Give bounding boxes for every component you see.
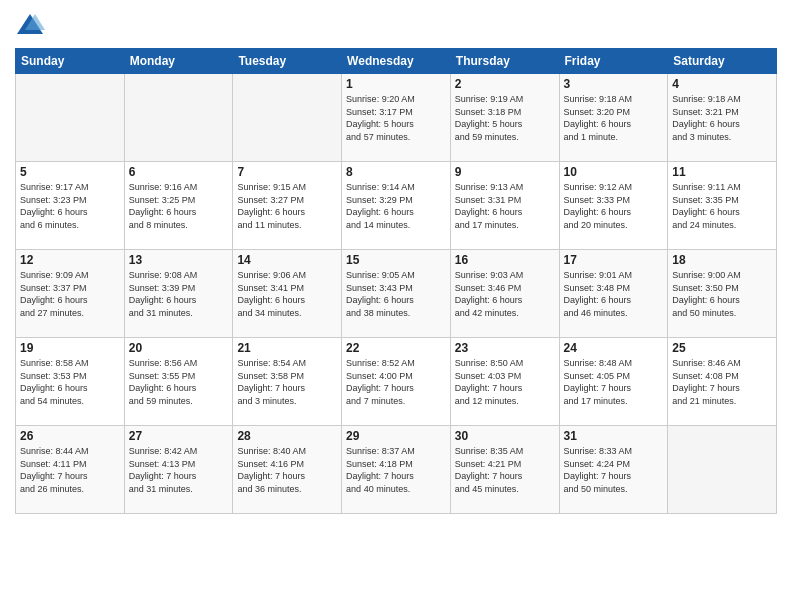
day-number: 1 [346, 77, 446, 91]
day-number: 11 [672, 165, 772, 179]
day-info: Sunrise: 8:48 AM Sunset: 4:05 PM Dayligh… [564, 357, 664, 407]
day-number: 25 [672, 341, 772, 355]
day-info: Sunrise: 8:33 AM Sunset: 4:24 PM Dayligh… [564, 445, 664, 495]
logo [15, 14, 49, 40]
day-cell: 23Sunrise: 8:50 AM Sunset: 4:03 PM Dayli… [450, 338, 559, 426]
day-cell: 27Sunrise: 8:42 AM Sunset: 4:13 PM Dayli… [124, 426, 233, 514]
day-number: 21 [237, 341, 337, 355]
logo-icon [15, 10, 45, 40]
day-number: 15 [346, 253, 446, 267]
day-cell: 3Sunrise: 9:18 AM Sunset: 3:20 PM Daylig… [559, 74, 668, 162]
day-cell: 17Sunrise: 9:01 AM Sunset: 3:48 PM Dayli… [559, 250, 668, 338]
day-cell [124, 74, 233, 162]
day-cell [668, 426, 777, 514]
day-cell: 4Sunrise: 9:18 AM Sunset: 3:21 PM Daylig… [668, 74, 777, 162]
day-info: Sunrise: 9:20 AM Sunset: 3:17 PM Dayligh… [346, 93, 446, 143]
weekday-header-monday: Monday [124, 49, 233, 74]
day-number: 14 [237, 253, 337, 267]
weekday-header-sunday: Sunday [16, 49, 125, 74]
weekday-header-wednesday: Wednesday [342, 49, 451, 74]
day-number: 24 [564, 341, 664, 355]
day-cell: 20Sunrise: 8:56 AM Sunset: 3:55 PM Dayli… [124, 338, 233, 426]
day-info: Sunrise: 8:50 AM Sunset: 4:03 PM Dayligh… [455, 357, 555, 407]
day-info: Sunrise: 9:03 AM Sunset: 3:46 PM Dayligh… [455, 269, 555, 319]
day-info: Sunrise: 9:00 AM Sunset: 3:50 PM Dayligh… [672, 269, 772, 319]
day-cell: 21Sunrise: 8:54 AM Sunset: 3:58 PM Dayli… [233, 338, 342, 426]
day-cell: 11Sunrise: 9:11 AM Sunset: 3:35 PM Dayli… [668, 162, 777, 250]
day-number: 26 [20, 429, 120, 443]
day-number: 8 [346, 165, 446, 179]
day-cell: 28Sunrise: 8:40 AM Sunset: 4:16 PM Dayli… [233, 426, 342, 514]
day-info: Sunrise: 8:52 AM Sunset: 4:00 PM Dayligh… [346, 357, 446, 407]
day-number: 9 [455, 165, 555, 179]
day-cell: 18Sunrise: 9:00 AM Sunset: 3:50 PM Dayli… [668, 250, 777, 338]
day-cell [16, 74, 125, 162]
day-cell: 29Sunrise: 8:37 AM Sunset: 4:18 PM Dayli… [342, 426, 451, 514]
day-number: 22 [346, 341, 446, 355]
day-cell: 13Sunrise: 9:08 AM Sunset: 3:39 PM Dayli… [124, 250, 233, 338]
day-number: 7 [237, 165, 337, 179]
day-info: Sunrise: 9:01 AM Sunset: 3:48 PM Dayligh… [564, 269, 664, 319]
day-number: 16 [455, 253, 555, 267]
day-cell: 24Sunrise: 8:48 AM Sunset: 4:05 PM Dayli… [559, 338, 668, 426]
day-info: Sunrise: 9:13 AM Sunset: 3:31 PM Dayligh… [455, 181, 555, 231]
day-cell: 6Sunrise: 9:16 AM Sunset: 3:25 PM Daylig… [124, 162, 233, 250]
day-cell: 15Sunrise: 9:05 AM Sunset: 3:43 PM Dayli… [342, 250, 451, 338]
day-info: Sunrise: 8:58 AM Sunset: 3:53 PM Dayligh… [20, 357, 120, 407]
day-info: Sunrise: 9:14 AM Sunset: 3:29 PM Dayligh… [346, 181, 446, 231]
day-cell: 5Sunrise: 9:17 AM Sunset: 3:23 PM Daylig… [16, 162, 125, 250]
header [15, 10, 777, 40]
day-info: Sunrise: 9:11 AM Sunset: 3:35 PM Dayligh… [672, 181, 772, 231]
week-row-5: 26Sunrise: 8:44 AM Sunset: 4:11 PM Dayli… [16, 426, 777, 514]
day-info: Sunrise: 8:44 AM Sunset: 4:11 PM Dayligh… [20, 445, 120, 495]
day-info: Sunrise: 9:15 AM Sunset: 3:27 PM Dayligh… [237, 181, 337, 231]
calendar-body: 1Sunrise: 9:20 AM Sunset: 3:17 PM Daylig… [16, 74, 777, 514]
day-number: 17 [564, 253, 664, 267]
day-number: 6 [129, 165, 229, 179]
day-cell: 19Sunrise: 8:58 AM Sunset: 3:53 PM Dayli… [16, 338, 125, 426]
day-info: Sunrise: 9:12 AM Sunset: 3:33 PM Dayligh… [564, 181, 664, 231]
week-row-3: 12Sunrise: 9:09 AM Sunset: 3:37 PM Dayli… [16, 250, 777, 338]
day-cell: 22Sunrise: 8:52 AM Sunset: 4:00 PM Dayli… [342, 338, 451, 426]
day-cell: 14Sunrise: 9:06 AM Sunset: 3:41 PM Dayli… [233, 250, 342, 338]
page: SundayMondayTuesdayWednesdayThursdayFrid… [0, 0, 792, 612]
day-number: 4 [672, 77, 772, 91]
week-row-1: 1Sunrise: 9:20 AM Sunset: 3:17 PM Daylig… [16, 74, 777, 162]
day-number: 2 [455, 77, 555, 91]
day-cell: 31Sunrise: 8:33 AM Sunset: 4:24 PM Dayli… [559, 426, 668, 514]
day-info: Sunrise: 9:18 AM Sunset: 3:21 PM Dayligh… [672, 93, 772, 143]
calendar-header: SundayMondayTuesdayWednesdayThursdayFrid… [16, 49, 777, 74]
day-info: Sunrise: 8:54 AM Sunset: 3:58 PM Dayligh… [237, 357, 337, 407]
day-info: Sunrise: 8:46 AM Sunset: 4:08 PM Dayligh… [672, 357, 772, 407]
day-cell [233, 74, 342, 162]
day-info: Sunrise: 9:08 AM Sunset: 3:39 PM Dayligh… [129, 269, 229, 319]
week-row-4: 19Sunrise: 8:58 AM Sunset: 3:53 PM Dayli… [16, 338, 777, 426]
day-info: Sunrise: 8:37 AM Sunset: 4:18 PM Dayligh… [346, 445, 446, 495]
day-number: 18 [672, 253, 772, 267]
day-info: Sunrise: 9:06 AM Sunset: 3:41 PM Dayligh… [237, 269, 337, 319]
weekday-header-saturday: Saturday [668, 49, 777, 74]
day-number: 19 [20, 341, 120, 355]
day-cell: 12Sunrise: 9:09 AM Sunset: 3:37 PM Dayli… [16, 250, 125, 338]
day-number: 28 [237, 429, 337, 443]
day-number: 30 [455, 429, 555, 443]
day-number: 3 [564, 77, 664, 91]
day-info: Sunrise: 9:05 AM Sunset: 3:43 PM Dayligh… [346, 269, 446, 319]
day-cell: 9Sunrise: 9:13 AM Sunset: 3:31 PM Daylig… [450, 162, 559, 250]
day-cell: 10Sunrise: 9:12 AM Sunset: 3:33 PM Dayli… [559, 162, 668, 250]
day-cell: 16Sunrise: 9:03 AM Sunset: 3:46 PM Dayli… [450, 250, 559, 338]
weekday-header-friday: Friday [559, 49, 668, 74]
week-row-2: 5Sunrise: 9:17 AM Sunset: 3:23 PM Daylig… [16, 162, 777, 250]
day-number: 31 [564, 429, 664, 443]
day-cell: 25Sunrise: 8:46 AM Sunset: 4:08 PM Dayli… [668, 338, 777, 426]
day-info: Sunrise: 8:35 AM Sunset: 4:21 PM Dayligh… [455, 445, 555, 495]
calendar-table: SundayMondayTuesdayWednesdayThursdayFrid… [15, 48, 777, 514]
day-info: Sunrise: 8:42 AM Sunset: 4:13 PM Dayligh… [129, 445, 229, 495]
day-number: 10 [564, 165, 664, 179]
day-cell: 30Sunrise: 8:35 AM Sunset: 4:21 PM Dayli… [450, 426, 559, 514]
day-number: 23 [455, 341, 555, 355]
weekday-header-thursday: Thursday [450, 49, 559, 74]
day-number: 27 [129, 429, 229, 443]
day-cell: 7Sunrise: 9:15 AM Sunset: 3:27 PM Daylig… [233, 162, 342, 250]
day-number: 12 [20, 253, 120, 267]
